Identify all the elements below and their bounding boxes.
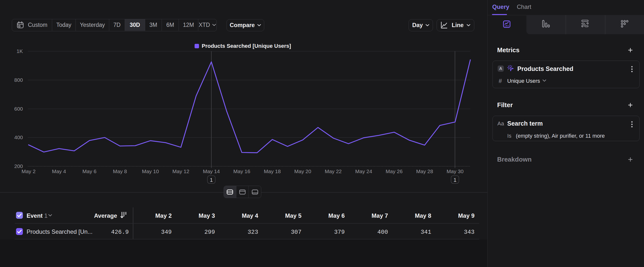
svg-text:May 18: May 18 bbox=[264, 168, 281, 174]
svg-text:600: 600 bbox=[14, 106, 23, 112]
svg-text:200: 200 bbox=[14, 163, 23, 169]
svg-text:May 12: May 12 bbox=[172, 168, 190, 174]
svg-text:May 16: May 16 bbox=[234, 168, 250, 174]
svg-text:800: 800 bbox=[14, 77, 23, 83]
svg-text:May 6: May 6 bbox=[82, 168, 96, 174]
svg-text:May 22: May 22 bbox=[325, 168, 342, 174]
svg-text:May 2: May 2 bbox=[22, 168, 36, 174]
svg-text:May 14: May 14 bbox=[203, 168, 220, 174]
svg-text:May 10: May 10 bbox=[142, 168, 159, 174]
svg-text:May 4: May 4 bbox=[52, 168, 66, 174]
svg-text:1K: 1K bbox=[16, 48, 23, 54]
svg-text:May 30: May 30 bbox=[447, 168, 464, 174]
svg-text:1: 1 bbox=[453, 177, 456, 183]
svg-text:400: 400 bbox=[14, 134, 23, 140]
svg-text:May 24: May 24 bbox=[355, 168, 372, 174]
svg-text:May 20: May 20 bbox=[294, 168, 311, 174]
svg-text:May 26: May 26 bbox=[386, 168, 403, 174]
svg-text:May 8: May 8 bbox=[113, 168, 127, 174]
svg-text:May 28: May 28 bbox=[416, 168, 433, 174]
svg-text:1: 1 bbox=[210, 177, 213, 183]
